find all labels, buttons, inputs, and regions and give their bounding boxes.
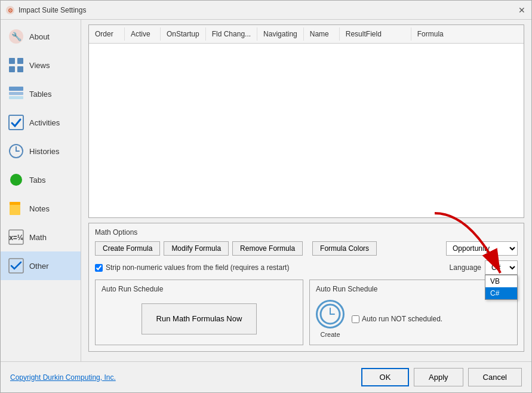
formula-select[interactable]: Opportunity bbox=[446, 241, 518, 256]
right-panel: Order Active OnStartup Fld Chang... Navi… bbox=[81, 20, 531, 361]
other-icon bbox=[8, 257, 24, 274]
schedule-right-title: Auto Run Schedule bbox=[316, 285, 511, 293]
auto-run-check: Auto run NOT scheduled. bbox=[352, 315, 442, 323]
schedule-left-inner: Run Math Formulas Now bbox=[102, 298, 297, 340]
schedule-left-title: Auto Run Schedule bbox=[102, 285, 297, 293]
svg-rect-4 bbox=[9, 58, 15, 64]
footer: Copyright Durkin Computing, Inc. OK Appl… bbox=[1, 361, 531, 392]
create-formula-button[interactable]: Create Formula bbox=[95, 241, 160, 256]
svg-rect-11 bbox=[9, 115, 23, 130]
sidebar-label-activities: Activities bbox=[29, 118, 60, 127]
col-formula: Formula bbox=[411, 27, 507, 41]
math-options-row2: Strip non-numeric values from the field … bbox=[95, 260, 518, 275]
svg-rect-15 bbox=[10, 202, 20, 205]
lang-select-wrapper: C# VB VB C# bbox=[485, 260, 518, 275]
wrench-icon: 🔧 bbox=[8, 28, 24, 45]
table-header: Order Active OnStartup Fld Chang... Navi… bbox=[89, 25, 524, 44]
svg-rect-8 bbox=[9, 87, 23, 91]
titlebar: ⚙ Impact Suite Settings ✕ bbox=[1, 1, 531, 20]
settings-window: ⚙ Impact Suite Settings ✕ 🔧 About bbox=[0, 0, 532, 393]
formula-colors-button[interactable]: Formula Colors bbox=[312, 241, 377, 256]
math-options-section: Math Options Create Formula Modify Formu… bbox=[88, 223, 524, 352]
svg-text:🔧: 🔧 bbox=[11, 32, 22, 42]
col-navigating: Navigating bbox=[257, 27, 304, 41]
col-order: Order bbox=[89, 27, 125, 41]
main-content: 🔧 About Views bbox=[1, 20, 531, 361]
col-onstartup: OnStartup bbox=[161, 27, 206, 41]
footer-buttons: OK Apply Cancel bbox=[361, 368, 522, 386]
math-options-title: Math Options bbox=[95, 228, 518, 237]
sidebar-label-math: Math bbox=[29, 233, 47, 242]
modify-formula-button[interactable]: Modify Formula bbox=[164, 241, 229, 256]
language-label: Language bbox=[450, 263, 481, 272]
col-name: Name bbox=[304, 27, 340, 41]
svg-rect-6 bbox=[9, 66, 15, 72]
ok-button[interactable]: OK bbox=[361, 368, 409, 386]
app-icon: ⚙ bbox=[5, 5, 15, 15]
language-section: Language C# VB VB C# bbox=[450, 260, 518, 275]
strip-checkbox[interactable] bbox=[95, 264, 103, 272]
create-label: Create bbox=[320, 331, 340, 338]
sidebar-item-activities[interactable]: Activities bbox=[1, 108, 81, 137]
histories-icon bbox=[8, 143, 24, 159]
remove-formula-button[interactable]: Remove Formula bbox=[232, 241, 303, 256]
svg-rect-9 bbox=[9, 92, 23, 95]
sidebar: 🔧 About Views bbox=[1, 20, 81, 361]
math-options-row1: Create Formula Modify Formula Remove For… bbox=[95, 241, 518, 256]
sidebar-item-math[interactable]: x=¼ Math bbox=[1, 223, 81, 251]
apply-button[interactable]: Apply bbox=[414, 368, 463, 386]
cancel-button[interactable]: Cancel bbox=[468, 368, 522, 386]
clock-create: Create bbox=[316, 300, 345, 338]
sidebar-label-tables: Tables bbox=[29, 90, 52, 99]
svg-rect-5 bbox=[17, 58, 23, 64]
window-title: Impact Suite Settings bbox=[19, 6, 517, 14]
strip-checkbox-label[interactable]: Strip non-numeric values from the field … bbox=[95, 263, 289, 272]
tabs-icon bbox=[8, 171, 24, 188]
schedule-right-inner: Create Auto run NOT scheduled. bbox=[316, 298, 511, 340]
tables-icon bbox=[8, 85, 24, 102]
sidebar-item-tables[interactable]: Tables bbox=[1, 79, 81, 108]
svg-text:⚙: ⚙ bbox=[8, 7, 13, 14]
schedule-row: Auto Run Schedule Run Math Formulas Now … bbox=[95, 280, 518, 345]
lang-option-vb-item[interactable]: VB bbox=[485, 275, 517, 287]
views-icon bbox=[8, 57, 24, 73]
sidebar-item-tabs[interactable]: Tabs bbox=[1, 165, 81, 194]
run-math-now-button[interactable]: Run Math Formulas Now bbox=[142, 303, 257, 334]
close-button[interactable]: ✕ bbox=[517, 5, 527, 15]
sidebar-item-about[interactable]: 🔧 About bbox=[1, 22, 81, 51]
notes-icon bbox=[8, 200, 24, 217]
sidebar-label-tabs: Tabs bbox=[29, 176, 45, 185]
sidebar-item-other[interactable]: Other bbox=[1, 251, 81, 280]
sidebar-item-views[interactable]: Views bbox=[1, 51, 81, 79]
col-active: Active bbox=[125, 27, 161, 41]
clock-icon[interactable] bbox=[316, 300, 345, 328]
activities-icon bbox=[8, 114, 24, 131]
sidebar-item-histories[interactable]: Histories bbox=[1, 137, 81, 165]
sidebar-label-other: Other bbox=[29, 262, 49, 271]
schedule-right-controls: Create Auto run NOT scheduled. bbox=[316, 300, 511, 338]
sidebar-label-about: About bbox=[29, 32, 50, 41]
auto-run-checkbox[interactable] bbox=[352, 315, 359, 323]
strip-label-text: Strip non-numeric values from the field … bbox=[106, 263, 289, 272]
lang-option-csharp-item[interactable]: C# bbox=[485, 287, 517, 299]
schedule-left: Auto Run Schedule Run Math Formulas Now bbox=[95, 280, 303, 345]
sidebar-label-views: Views bbox=[29, 61, 50, 70]
formula-dropdown[interactable]: Opportunity bbox=[446, 241, 518, 256]
auto-run-text: Auto run NOT scheduled. bbox=[362, 315, 442, 323]
col-fldchang: Fld Chang... bbox=[206, 27, 257, 41]
copyright-link[interactable]: Copyright Durkin Computing, Inc. bbox=[10, 373, 116, 382]
language-dropdown-open[interactable]: VB C# bbox=[485, 275, 518, 300]
svg-rect-7 bbox=[17, 66, 23, 72]
sidebar-label-notes: Notes bbox=[29, 204, 50, 213]
language-select[interactable]: C# VB bbox=[485, 260, 518, 275]
sidebar-item-notes[interactable]: Notes bbox=[1, 194, 81, 223]
col-resultfield: ResultField bbox=[340, 27, 411, 41]
table-area: Order Active OnStartup Fld Chang... Navi… bbox=[88, 24, 524, 218]
svg-text:x=¼: x=¼ bbox=[9, 234, 23, 242]
math-icon: x=¼ bbox=[8, 229, 24, 245]
svg-point-13 bbox=[10, 174, 22, 186]
svg-rect-10 bbox=[9, 96, 23, 99]
sidebar-label-histories: Histories bbox=[29, 147, 60, 156]
